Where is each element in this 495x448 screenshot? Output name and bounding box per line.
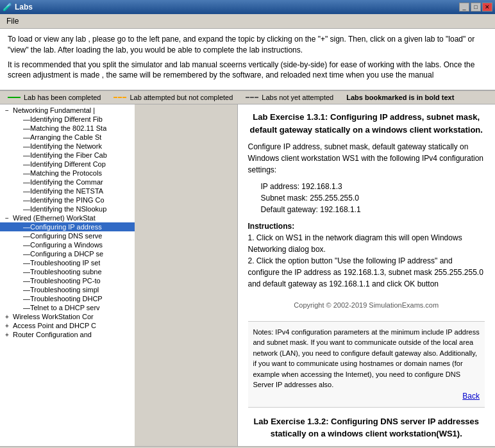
legend-orange-line	[113, 97, 126, 98]
tree-item-matching-protocols[interactable]: — Matching the Protocols	[0, 169, 135, 178]
tree-item-troubleshooting-ip[interactable]: — Troubleshooting IP set	[0, 258, 135, 267]
tree-item-configuring-dns[interactable]: — Configuring DNS serve	[0, 231, 135, 240]
notes-block: Notes: IPv4 configuration parameters at …	[248, 321, 485, 408]
config-block: IP address: 192.168.1.3 Subnet mask: 255…	[261, 181, 485, 215]
tree-label-wired-workstation: Wired (Ethernet) WorkStat	[13, 214, 96, 222]
minimize-button[interactable]: _	[459, 3, 469, 12]
maximize-button[interactable]: □	[471, 3, 481, 12]
default-gateway: Default gateway: 192.168.1.1	[261, 204, 485, 215]
tree-dash: —	[23, 133, 30, 141]
tree-toggle-access-point-dhcp[interactable]: +	[3, 322, 12, 329]
tree-label-networking-fundamental: Networking Fundamental |	[13, 106, 95, 114]
tree-dash: —	[23, 232, 30, 240]
legend-bookmarked-label: Labs bookmarked is in bold text	[346, 94, 454, 101]
tree-item-troubleshooting-pc[interactable]: — Troubleshooting PC-to	[0, 276, 135, 285]
info-text-2: It is recommended that you split the sim…	[8, 60, 487, 81]
tree-dash: —	[23, 259, 30, 267]
tree-toggle-networking-fundamental[interactable]: −	[3, 107, 12, 114]
tree-panel[interactable]: −Networking Fundamental |— Identifying D…	[0, 104, 135, 446]
instructions-title: Instructions:	[248, 222, 295, 231]
copyright: Copyright © 2002-2019 SimulationExams.co…	[248, 300, 485, 311]
legend-not-attempted-label: Labs not yet attempted	[262, 94, 333, 101]
tree-item-troubleshooting-dhcp[interactable]: — Troubleshooting DHCP	[0, 294, 135, 303]
exercise-2-block: Lab Exercise 1.3.2: Configuring DNS serv…	[248, 415, 485, 447]
exercise-1-block: Lab Exercise 1.3.1: Configuring IP addre…	[248, 111, 485, 290]
tree-label-matching-protocols: Matching the Protocols	[30, 169, 102, 177]
tree-item-identifying-diff-fib[interactable]: — Identifying Different Fib	[0, 115, 135, 124]
tree-label-troubleshooting-dhcp: Troubleshooting DHCP	[30, 295, 103, 303]
instructions-block: Instructions: 1. Click on WS1 in the net…	[248, 220, 485, 290]
tree-dash: —	[23, 169, 30, 177]
tree-dash: —	[23, 178, 30, 186]
tree-label-identifying-netstat: Identifying the NETSTA	[30, 187, 103, 195]
tree-dash: —	[23, 196, 30, 204]
info-section: To load or view any lab , please go to t…	[0, 29, 495, 91]
content-panel[interactable]: Lab Exercise 1.3.1: Configuring IP addre…	[238, 104, 496, 446]
tree-item-identifying-nslookup[interactable]: — Identifying the NSlookup	[0, 204, 135, 213]
tree-item-identifying-netstat[interactable]: — Identifying the NETSTA	[0, 187, 135, 195]
tree-dash: —	[23, 187, 30, 195]
tree-dash: —	[23, 277, 30, 285]
tree-item-troubleshooting-simple[interactable]: — Troubleshooting simpl	[0, 285, 135, 294]
tree-item-router-configuration[interactable]: +Router Configuration and	[0, 330, 135, 339]
window-controls: _ □ ✕	[459, 3, 492, 12]
tree-toggle-wired-workstation[interactable]: −	[3, 215, 12, 222]
title-bar: 🧪 Labs _ □ ✕	[0, 0, 495, 14]
tree-item-identifying-diff-cop[interactable]: — Identifying Different Cop	[0, 160, 135, 169]
tree-label-configuring-windows: Configuring a Windows	[30, 241, 103, 249]
legend-bar: Lab has been completed Lab attempted but…	[0, 91, 495, 104]
tree-dash: —	[23, 223, 30, 231]
tree-label-router-configuration: Router Configuration and	[13, 331, 92, 338]
tree-label-access-point-dhcp: Access Point and DHCP C	[13, 322, 96, 329]
tree-item-identifying-network[interactable]: — Identifying the Network	[0, 142, 135, 151]
tree-dash: —	[23, 124, 30, 132]
tree-label-identifying-fiber-cab: Identifying the Fiber Cab	[30, 151, 107, 159]
app-icon: 🧪	[3, 3, 12, 12]
tree-item-matching-802[interactable]: — Matching the 802.11 Sta	[0, 124, 135, 133]
step-2: 2. Click the option button "Use the foll…	[248, 255, 485, 290]
tree-label-configuring-ip: Configuring IP address	[30, 223, 102, 231]
tree-label-arranging-cable: Arranging the Cable St	[30, 133, 101, 141]
tree-item-configuring-ip[interactable]: — Configuring IP address	[0, 222, 135, 231]
tree-label-troubleshooting-subnet: Troubleshooting subne	[30, 268, 102, 276]
tree-item-wired-workstation[interactable]: −Wired (Ethernet) WorkStat	[0, 213, 135, 222]
tree-item-access-point-dhcp[interactable]: +Access Point and DHCP C	[0, 321, 135, 330]
tree-item-arranging-cable[interactable]: — Arranging the Cable St	[0, 133, 135, 142]
tree-label-identifying-diff-cop: Identifying Different Cop	[30, 160, 106, 168]
tree-dash: —	[23, 115, 30, 123]
exercise-2-desc: Use the following information to configu…	[248, 445, 485, 447]
legend-green-line	[8, 97, 21, 98]
back-link[interactable]: Back	[253, 390, 480, 402]
tree-dash: —	[23, 160, 30, 168]
exercise-1-title: Lab Exercise 1.3.1: Configuring IP addre…	[248, 111, 485, 136]
main-area: −Networking Fundamental |— Identifying D…	[0, 104, 495, 446]
tree-label-identifying-nslookup: Identifying the NSlookup	[30, 205, 106, 213]
tree-item-networking-fundamental[interactable]: −Networking Fundamental |	[0, 106, 135, 115]
legend-attempted: Lab attempted but not completed	[113, 94, 233, 101]
legend-bookmarked: Labs bookmarked is in bold text	[346, 94, 454, 101]
tree-item-identifying-command[interactable]: — Identifying the Commar	[0, 178, 135, 187]
tree-dash: —	[23, 151, 30, 159]
close-button[interactable]: ✕	[482, 3, 492, 12]
tree-item-telnet-dhcp[interactable]: — Telnet to a DHCP serv	[0, 303, 135, 312]
tree-dash: —	[23, 142, 30, 150]
legend-completed-label: Lab has been completed	[24, 94, 101, 101]
file-menu[interactable]: File	[3, 15, 22, 27]
exercise-2-title: Lab Exercise 1.3.2: Configuring DNS serv…	[248, 415, 485, 440]
tree-item-configuring-dhcp[interactable]: — Configuring a DHCP se	[0, 249, 135, 258]
tree-item-configuring-windows[interactable]: — Configuring a Windows	[0, 240, 135, 249]
tree-label-identifying-diff-fib: Identifying Different Fib	[30, 115, 103, 123]
tree-label-telnet-dhcp: Telnet to a DHCP serv	[30, 304, 100, 311]
tree-toggle-wireless-workstation[interactable]: +	[3, 313, 12, 320]
tree-item-identifying-ping[interactable]: — Identifying the PING Co	[0, 195, 135, 204]
tree-dash: —	[23, 286, 30, 294]
tree-item-identifying-fiber-cab[interactable]: — Identifying the Fiber Cab	[0, 151, 135, 160]
tree-dash: —	[23, 304, 30, 311]
tree-label-identifying-command: Identifying the Commar	[30, 178, 103, 186]
tree-dash: —	[23, 241, 30, 249]
tree-toggle-router-configuration[interactable]: +	[3, 331, 12, 338]
tree-item-troubleshooting-subnet[interactable]: — Troubleshooting subne	[0, 267, 135, 276]
window-title: Labs	[15, 3, 33, 12]
tree-dash: —	[23, 295, 30, 303]
tree-item-wireless-workstation[interactable]: +Wireless WorkStation Cor	[0, 312, 135, 321]
